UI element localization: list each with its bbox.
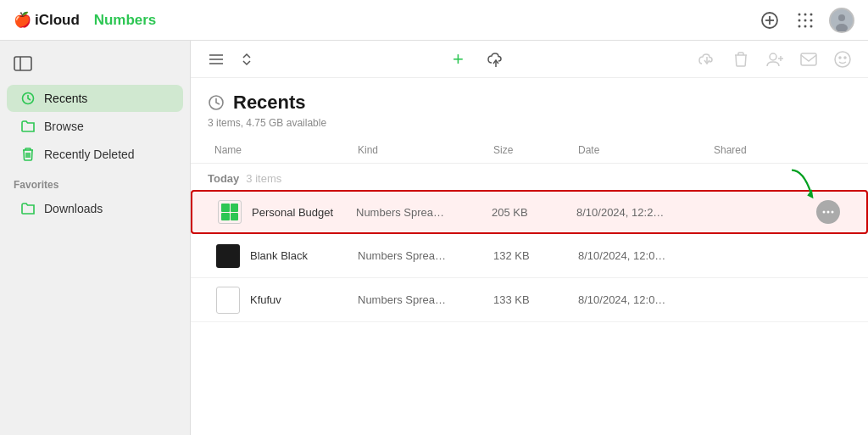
toolbar-left	[204, 47, 259, 71]
col-date[interactable]: Date	[571, 141, 707, 159]
col-actions	[809, 141, 851, 159]
svg-point-30	[835, 52, 850, 67]
list-view-icon[interactable]	[204, 47, 228, 71]
file-name-cell: Blank Black	[208, 243, 351, 270]
svg-point-35	[827, 211, 830, 214]
sidebar-main-section: Recents Browse	[0, 84, 190, 169]
svg-point-3	[798, 13, 801, 15]
file-row[interactable]: Blank Black Numbers Sprea… 132 KB 8/10/2…	[191, 234, 868, 278]
svg-marker-37	[807, 189, 813, 198]
svg-rect-29	[801, 53, 816, 65]
content-header: Recents 3 items, 4.75 GB available	[191, 78, 868, 137]
today-section-label: Today 3 items	[191, 164, 868, 190]
content-area: +	[191, 41, 868, 435]
file-name-cell: Personal Budget	[209, 198, 349, 226]
col-shared[interactable]: Shared	[707, 141, 809, 159]
svg-point-9	[798, 25, 801, 27]
col-size[interactable]: Size	[487, 141, 571, 159]
svg-point-8	[810, 19, 813, 21]
trash-icon	[20, 147, 36, 162]
sort-icon[interactable]	[235, 47, 259, 71]
app-logo: 🍎 iCloud Numbers	[14, 11, 156, 29]
grid-icon[interactable]	[793, 8, 817, 32]
file-more-cell	[807, 200, 849, 224]
file-row[interactable]: Kfufuv Numbers Sprea… 133 KB 8/10/2024, …	[191, 278, 868, 322]
recents-header-icon	[208, 94, 225, 111]
emoji-icon[interactable]	[831, 47, 854, 71]
file-date: 8/10/2024, 12:0…	[571, 293, 707, 306]
file-size: 205 KB	[485, 206, 570, 219]
toolbar-right	[695, 47, 854, 71]
col-name[interactable]: Name	[208, 141, 351, 159]
svg-point-4	[804, 13, 807, 15]
svg-point-34	[823, 211, 826, 214]
content-title-row: Recents	[208, 92, 851, 114]
more-options-button[interactable]	[816, 200, 840, 224]
favorites-label: Favorites	[0, 172, 190, 194]
delete-icon[interactable]	[729, 47, 753, 71]
sidebar-item-downloads[interactable]: Downloads	[7, 195, 183, 222]
file-kind: Numbers Sprea…	[351, 293, 487, 306]
email-icon[interactable]	[797, 47, 821, 71]
black-file-icon	[214, 243, 242, 270]
file-size: 133 KB	[487, 293, 571, 306]
today-label: Today	[208, 172, 239, 185]
svg-point-5	[810, 13, 813, 15]
recently-deleted-label: Recently Deleted	[44, 148, 135, 161]
top-bar-right	[758, 8, 854, 33]
sidebar: Recents Browse	[0, 41, 191, 435]
page-subtitle: 3 items, 4.75 GB available	[208, 117, 851, 129]
sidebar-toggle[interactable]	[0, 51, 190, 84]
svg-point-26	[770, 53, 776, 60]
file-name: Blank Black	[250, 249, 308, 262]
blank-file-icon	[214, 287, 242, 314]
icloud-label: iCloud	[35, 12, 80, 29]
today-count: 3 items	[246, 172, 281, 185]
browse-label: Browse	[44, 120, 84, 133]
file-kind: Numbers Sprea…	[351, 249, 487, 262]
svg-point-13	[838, 14, 845, 21]
sidebar-favorites-section: Favorites Downloads	[0, 172, 190, 223]
file-row[interactable]: Personal Budget Numbers Sprea… 205 KB 8/…	[191, 190, 868, 234]
upload-cloud-icon[interactable]	[484, 47, 508, 71]
file-name: Personal Budget	[252, 206, 333, 219]
download-icon[interactable]	[695, 47, 719, 71]
file-date: 8/10/2024, 12:0…	[571, 249, 707, 262]
col-kind[interactable]: Kind	[351, 141, 487, 159]
sidebar-item-recently-deleted[interactable]: Recently Deleted	[7, 141, 183, 168]
svg-point-31	[839, 57, 841, 59]
svg-point-6	[798, 19, 801, 21]
logo-divider	[85, 12, 89, 29]
svg-point-32	[844, 57, 846, 59]
downloads-folder-icon	[20, 201, 36, 216]
recents-icon	[20, 91, 36, 106]
content-toolbar: +	[191, 41, 868, 78]
svg-point-10	[804, 25, 807, 27]
main-layout: Recents Browse	[0, 41, 868, 435]
user-avatar[interactable]	[829, 8, 854, 33]
file-size: 132 KB	[487, 249, 571, 262]
file-name-cell: Kfufuv	[208, 287, 351, 314]
add-file-icon[interactable]: +	[447, 47, 470, 71]
svg-rect-15	[14, 57, 31, 70]
sidebar-item-recents[interactable]: Recents	[7, 85, 183, 112]
add-button[interactable]	[758, 8, 782, 32]
browse-icon	[20, 119, 36, 134]
numbers-file-icon	[216, 198, 243, 226]
svg-point-36	[832, 211, 834, 214]
page-title: Recents	[233, 92, 306, 114]
file-date: 8/10/2024, 12:2…	[570, 206, 705, 219]
svg-point-11	[810, 25, 813, 27]
file-name: Kfufuv	[250, 293, 281, 306]
apple-icon: 🍎	[14, 11, 31, 29]
add-person-icon[interactable]	[763, 47, 787, 71]
downloads-label: Downloads	[44, 202, 103, 215]
table-header: Name Kind Size Date Shared	[191, 137, 868, 164]
toolbar-center: +	[447, 47, 508, 71]
numbers-label: Numbers	[94, 12, 157, 29]
recents-label: Recents	[44, 92, 87, 105]
sidebar-item-browse[interactable]: Browse	[7, 113, 183, 140]
svg-point-7	[804, 19, 807, 21]
top-bar: 🍎 iCloud Numbers	[0, 0, 868, 41]
file-kind: Numbers Sprea…	[349, 206, 485, 219]
